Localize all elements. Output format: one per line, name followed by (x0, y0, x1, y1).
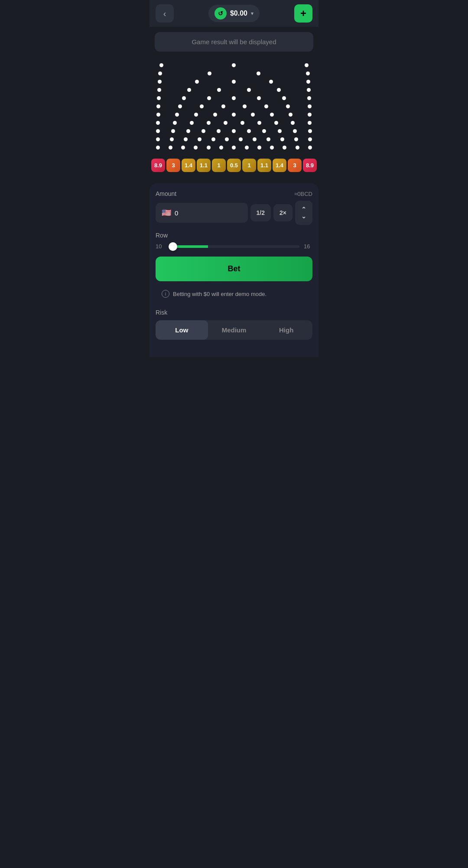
peg (190, 121, 194, 125)
peg (156, 137, 160, 141)
peg (283, 146, 286, 150)
peg (156, 129, 160, 133)
risk-btn-high[interactable]: High (260, 320, 312, 340)
peg (194, 113, 198, 117)
app-header: ‹ ↺ $0.00 ▾ + (150, 0, 318, 27)
peg (251, 113, 255, 117)
peg (181, 146, 185, 150)
peg (219, 146, 223, 150)
peg (202, 129, 205, 133)
game-result-text: Game result will be displayed (192, 38, 276, 46)
peg (278, 129, 282, 133)
peg (232, 146, 236, 150)
half-button[interactable]: 1/2 (250, 204, 271, 221)
peg (308, 113, 312, 117)
peg (194, 146, 198, 150)
peg-row (155, 80, 313, 84)
demo-notice-text: Betting with $0 will enter demo mode. (173, 291, 266, 297)
multiplier-box: 1.1 (197, 159, 211, 172)
peg (232, 80, 236, 84)
peg (156, 104, 160, 108)
peg (280, 137, 284, 141)
peg (170, 137, 174, 141)
back-button[interactable]: ‹ (156, 4, 174, 23)
peg (232, 63, 236, 67)
peg (308, 104, 312, 108)
peg (207, 96, 211, 100)
peg (232, 96, 236, 100)
peg (232, 129, 236, 133)
amount-crypto-label: ≈0BCD (294, 191, 312, 197)
peg (308, 137, 312, 141)
peg (187, 88, 191, 92)
controls-panel: Amount ≈0BCD 🇺🇸 0 1/2 2× ⌃⌄ Row 10 16 Be… (150, 183, 318, 357)
risk-btn-medium[interactable]: Medium (208, 320, 260, 340)
peg (286, 104, 290, 108)
peg (207, 121, 211, 125)
balance-container[interactable]: ↺ $0.00 ▾ (208, 5, 260, 22)
currency-icon: ↺ (214, 7, 227, 20)
add-funds-button[interactable]: + (294, 4, 312, 23)
risk-label: Risk (156, 309, 312, 316)
arrows-button[interactable]: ⌃⌄ (295, 201, 312, 225)
multiplier-box: 1.4 (182, 159, 195, 172)
peg (308, 146, 312, 150)
peg (277, 88, 281, 92)
peg (243, 104, 247, 108)
amount-label-row: Amount ≈0BCD (156, 190, 312, 197)
peg (257, 72, 260, 75)
peg (159, 63, 163, 67)
peg (247, 129, 251, 133)
peg-row (155, 129, 313, 133)
peg (169, 146, 172, 150)
peg (308, 129, 312, 133)
peg (207, 146, 211, 150)
peg (156, 121, 160, 125)
peg (245, 146, 249, 150)
multiplier-box: 3 (288, 159, 302, 172)
peg-row (155, 88, 313, 92)
amount-input-field[interactable]: 🇺🇸 0 (156, 203, 248, 223)
amount-input-row: 🇺🇸 0 1/2 2× ⌃⌄ (156, 201, 312, 225)
row-label-row: Row (156, 232, 312, 239)
peg (257, 96, 261, 100)
peg (308, 121, 312, 125)
row-slider[interactable] (169, 245, 299, 248)
double-button[interactable]: 2× (273, 204, 292, 221)
peg (158, 80, 162, 84)
peg-row (155, 146, 313, 150)
peg (262, 129, 266, 133)
row-label: Row (156, 232, 168, 239)
plinko-board (155, 58, 313, 155)
slider-container: 10 16 (156, 243, 312, 250)
peg (217, 88, 221, 92)
multiplier-box: 0.5 (227, 159, 241, 172)
risk-btn-low[interactable]: Low (156, 320, 208, 340)
demo-notice: i Betting with $0 will enter demo mode. (156, 286, 312, 302)
multiplier-box: 1 (212, 159, 226, 172)
back-icon: ‹ (163, 9, 166, 19)
peg (184, 137, 188, 141)
peg (171, 129, 175, 133)
peg (182, 96, 186, 100)
peg (253, 137, 257, 141)
peg-row (155, 121, 313, 125)
peg (291, 121, 295, 125)
row-section: Row 10 16 (156, 232, 312, 250)
bet-button[interactable]: Bet (156, 257, 312, 281)
peg (257, 121, 261, 125)
peg (195, 80, 199, 84)
peg (270, 146, 274, 150)
peg (221, 104, 225, 108)
chevron-down-icon: ▾ (251, 10, 254, 16)
amount-value: 0 (175, 209, 178, 217)
peg (225, 137, 229, 141)
peg-row (155, 96, 313, 100)
peg (208, 72, 211, 75)
slider-max-value: 16 (304, 243, 312, 250)
amount-label: Amount (156, 190, 176, 197)
peg (240, 121, 244, 125)
game-container: Game result will be displayed 8.931.41.1… (150, 27, 318, 183)
peg (305, 63, 309, 67)
peg (306, 72, 310, 75)
